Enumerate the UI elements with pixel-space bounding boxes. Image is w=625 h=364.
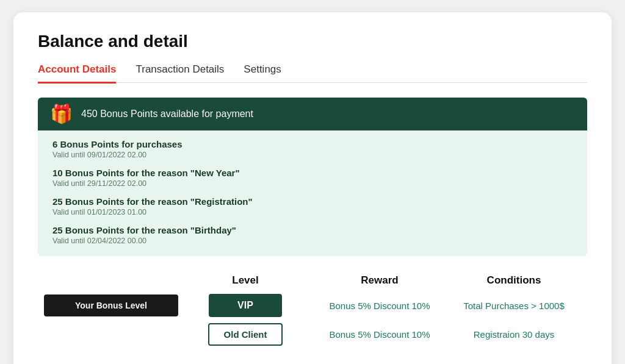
bonus-item-4-valid: Valid until 02/04/2022 00.00: [52, 237, 573, 245]
bonus-item-2-title: 10 Bonus Points for the reason "New Year…: [52, 168, 573, 178]
level-vip-cell: VIP: [178, 294, 312, 317]
vip-reward: Bonus 5% Discount 10%: [312, 301, 447, 311]
tab-account-details[interactable]: Account Details: [38, 63, 116, 84]
level-old-cell: Old Client: [178, 323, 312, 346]
col-reward-header: Reward: [312, 274, 447, 287]
tabs-bar: Account Details Transaction Details Sett…: [38, 63, 587, 83]
level-vip-badge: VIP: [209, 294, 282, 317]
bonus-item-3-valid: Valid until 01/01/2023 01.00: [52, 208, 573, 216]
old-reward: Bonus 5% Discount 10%: [312, 329, 447, 340]
col-conditions-header: Conditions: [447, 274, 581, 287]
levels-section: Level Reward Conditions Your Bonus Level…: [38, 274, 587, 346]
your-bonus-label: Your Bonus Level: [44, 294, 178, 316]
page-title: Balance and detail: [38, 32, 587, 51]
old-condition: Registraion 30 days: [447, 329, 581, 340]
bonus-item-1: 6 Bonus Points for purchases Valid until…: [52, 139, 573, 159]
tab-settings[interactable]: Settings: [244, 63, 281, 84]
levels-row-vip: Your Bonus Level VIP Bonus 5% Discount 1…: [44, 294, 581, 317]
bonus-banner-text: 450 Bonus Points available for payment: [81, 109, 253, 120]
bonus-item-1-title: 6 Bonus Points for purchases: [52, 139, 573, 149]
levels-row-old: Old Client Bonus 5% Discount 10% Registr…: [44, 323, 581, 346]
bonus-item-3: 25 Bonus Points for the reason "Registra…: [52, 196, 573, 216]
bonus-item-2-valid: Valid until 29/11/2022 02.00: [52, 179, 573, 188]
col-level-header: Level: [178, 274, 312, 287]
bonus-banner: 🎁 450 Bonus Points available for payment: [38, 98, 587, 130]
bonus-item-3-title: 25 Bonus Points for the reason "Registra…: [52, 196, 573, 207]
bonus-item-1-valid: Valid until 09/01/2022 02.00: [52, 151, 573, 159]
level-old-badge: Old Client: [208, 323, 283, 346]
bonus-list: 6 Bonus Points for purchases Valid until…: [38, 130, 587, 256]
main-card: Balance and detail Account Details Trans…: [13, 12, 612, 364]
gift-icon: 🎁: [50, 105, 73, 123]
bonus-item-4: 25 Bonus Points for the reason "Birthday…: [52, 225, 573, 245]
levels-header: Level Reward Conditions: [44, 274, 581, 287]
bonus-item-4-title: 25 Bonus Points for the reason "Birthday…: [52, 225, 573, 235]
vip-condition: Total Purchases > 1000$: [447, 301, 581, 311]
tab-transaction-details[interactable]: Transaction Details: [135, 63, 224, 84]
bonus-item-2: 10 Bonus Points for the reason "New Year…: [52, 168, 573, 188]
